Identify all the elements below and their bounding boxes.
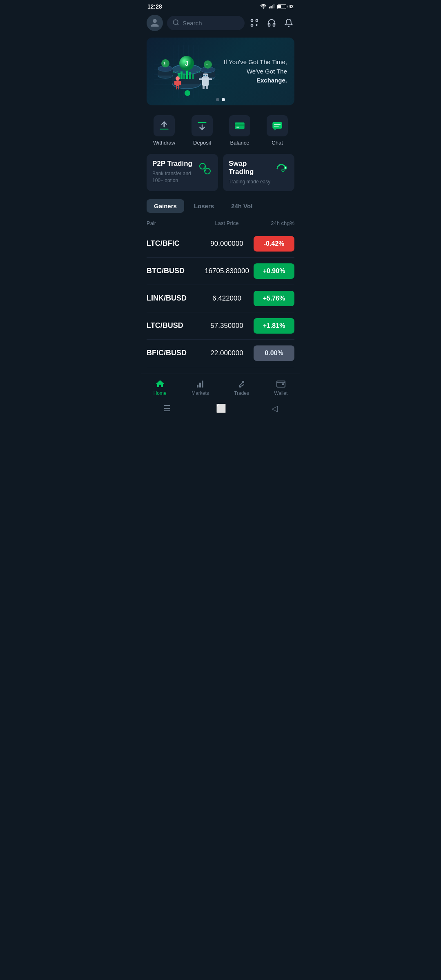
svg-point-60 bbox=[284, 166, 287, 169]
deposit-label: Deposit bbox=[193, 140, 211, 146]
market-row-btc-busd[interactable]: BTC/BUSD 16705.830000 +0.90% bbox=[147, 258, 294, 285]
chat-icon-wrap bbox=[267, 115, 288, 136]
nav-wallet[interactable]: Wallet bbox=[274, 379, 287, 396]
svg-rect-6 bbox=[251, 24, 253, 27]
svg-point-58 bbox=[200, 163, 205, 169]
svg-rect-45 bbox=[178, 86, 179, 89]
market-row-ltc-busd[interactable]: LTC/BUSD 57.350000 +1.81% bbox=[147, 312, 294, 340]
svg-rect-15 bbox=[180, 71, 183, 79]
scan-icon[interactable] bbox=[249, 17, 260, 29]
home-btn[interactable]: ⬜ bbox=[216, 403, 226, 413]
svg-rect-66 bbox=[282, 383, 284, 385]
chat-icon bbox=[272, 120, 283, 131]
deposit-action[interactable]: Deposit bbox=[192, 115, 213, 146]
banner-svg: J ₿ Ξ bbox=[154, 45, 219, 98]
withdraw-label: Withdraw bbox=[153, 140, 175, 146]
svg-rect-51 bbox=[198, 122, 207, 123]
market-tabs: Gainers Losers 24h Vol bbox=[141, 199, 300, 213]
header-icons bbox=[249, 17, 294, 29]
battery-icon bbox=[277, 4, 286, 9]
nav-home[interactable]: Home bbox=[154, 379, 167, 396]
status-icons: 42 bbox=[260, 4, 294, 9]
svg-rect-44 bbox=[176, 86, 177, 89]
svg-rect-39 bbox=[209, 78, 212, 80]
svg-text:Ξ: Ξ bbox=[206, 63, 208, 67]
svg-point-35 bbox=[206, 75, 207, 76]
pair-bfic-busd: BFIC/BUSD bbox=[147, 349, 200, 357]
balance-action[interactable]: Balance bbox=[229, 115, 250, 146]
notification-icon[interactable] bbox=[283, 17, 294, 29]
search-icon bbox=[173, 19, 179, 27]
svg-point-25 bbox=[161, 59, 169, 67]
svg-rect-16 bbox=[183, 74, 185, 79]
svg-rect-55 bbox=[272, 122, 282, 129]
svg-rect-1 bbox=[270, 6, 272, 8]
svg-rect-43 bbox=[179, 81, 181, 85]
search-placeholder: Search bbox=[183, 20, 202, 27]
p2p-trading-card[interactable]: P2P Trading Bank transfer and 100+ optio… bbox=[147, 154, 218, 191]
market-row-link-busd[interactable]: LINK/BUSD 6.422000 +5.76% bbox=[147, 285, 294, 312]
avatar[interactable] bbox=[147, 15, 163, 31]
deposit-icon-wrap bbox=[192, 115, 213, 136]
svg-rect-63 bbox=[199, 383, 201, 388]
balance-icon-wrap bbox=[229, 115, 250, 136]
svg-point-48 bbox=[185, 90, 190, 96]
back-btn[interactable]: ◁ bbox=[272, 403, 278, 413]
svg-rect-4 bbox=[251, 20, 253, 22]
headset-icon[interactable] bbox=[266, 17, 277, 29]
p2p-card-icon bbox=[198, 161, 212, 178]
withdraw-icon bbox=[158, 120, 170, 131]
market-row-ltc-bfic[interactable]: LTC/BFIC 90.000000 -0.42% bbox=[147, 230, 294, 258]
nav-home-label: Home bbox=[154, 390, 167, 396]
banner-text: If You've Got The Time, We've Got The Ex… bbox=[219, 58, 287, 85]
search-bar[interactable]: Search bbox=[167, 16, 245, 30]
p2p-card-title: P2P Trading bbox=[152, 160, 194, 168]
svg-rect-32 bbox=[202, 77, 209, 86]
status-time: 12:28 bbox=[147, 3, 162, 10]
market-row-bfic-busd[interactable]: BFIC/BUSD 22.000000 0.00% bbox=[147, 340, 294, 367]
chat-label: Chat bbox=[272, 140, 283, 146]
svg-rect-62 bbox=[197, 385, 198, 388]
system-nav: ☰ ⬜ ◁ bbox=[141, 399, 300, 419]
svg-rect-57 bbox=[274, 126, 279, 127]
svg-rect-54 bbox=[236, 127, 239, 127]
svg-rect-2 bbox=[272, 5, 273, 8]
svg-text:J: J bbox=[185, 60, 189, 67]
svg-rect-19 bbox=[192, 74, 194, 79]
svg-rect-5 bbox=[256, 20, 258, 22]
header: Search bbox=[141, 11, 300, 36]
menu-btn[interactable]: ☰ bbox=[163, 403, 171, 413]
svg-rect-53 bbox=[235, 125, 244, 127]
wifi-icon bbox=[260, 4, 267, 9]
change-btc-busd: +0.90% bbox=[254, 263, 294, 279]
chat-action[interactable]: Chat bbox=[267, 115, 288, 146]
swap-trading-card[interactable]: Swap Trading Trading made easy bbox=[223, 154, 294, 191]
markets-nav-icon bbox=[195, 379, 205, 389]
table-header: Pair Last Price 24h chg% bbox=[147, 218, 294, 230]
dot-2 bbox=[222, 98, 225, 101]
swap-card-title: Swap Trading bbox=[229, 160, 271, 176]
trades-nav-icon bbox=[237, 379, 247, 389]
header-change: 24h chg% bbox=[254, 220, 294, 226]
quick-actions: Withdraw Deposit Balance bbox=[141, 112, 300, 154]
svg-point-34 bbox=[203, 75, 205, 76]
user-icon bbox=[150, 18, 160, 28]
svg-rect-37 bbox=[206, 86, 208, 89]
price-ltc-busd: 57.350000 bbox=[200, 322, 254, 330]
losers-tab[interactable]: Losers bbox=[187, 199, 221, 213]
home-nav-icon bbox=[155, 379, 165, 389]
nav-trades[interactable]: Trades bbox=[234, 379, 249, 396]
nav-markets[interactable]: Markets bbox=[192, 379, 209, 396]
vol24h-tab[interactable]: 24h Vol bbox=[224, 199, 260, 213]
pair-btc-busd: BTC/BUSD bbox=[147, 267, 200, 275]
header-pair: Pair bbox=[147, 220, 200, 226]
withdraw-action[interactable]: Withdraw bbox=[153, 115, 175, 146]
pair-ltc-busd: LTC/BUSD bbox=[147, 321, 200, 330]
banner-illustration: J ₿ Ξ bbox=[154, 45, 219, 98]
balance-icon bbox=[234, 120, 245, 131]
banner-dots bbox=[216, 98, 225, 101]
balance-label: Balance bbox=[230, 140, 249, 146]
wallet-nav-icon bbox=[276, 379, 286, 389]
gainers-tab[interactable]: Gainers bbox=[147, 199, 184, 213]
pair-ltc-bfic: LTC/BFIC bbox=[147, 239, 200, 248]
